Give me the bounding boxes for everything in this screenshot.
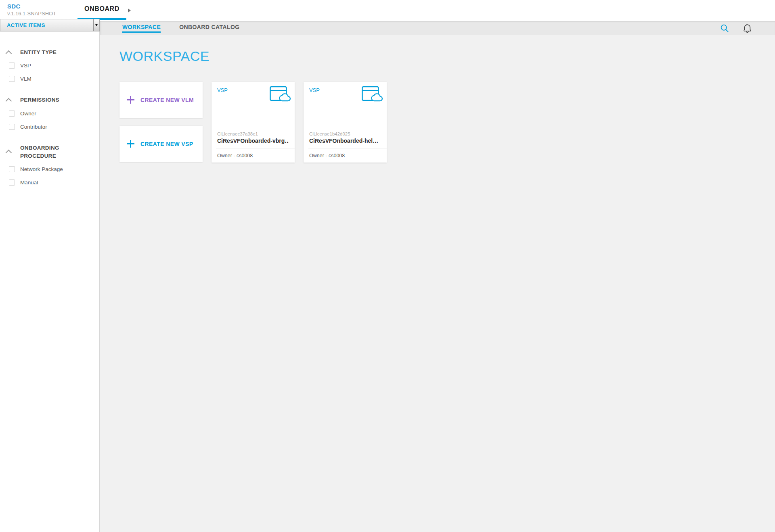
checkbox[interactable] <box>9 124 15 130</box>
filter-option-contributor[interactable]: Contributor <box>0 120 99 134</box>
filter-section-header[interactable]: PERMISSIONS <box>0 94 99 106</box>
card-name: CiResVFOnboarded-vbrg… <box>217 137 289 144</box>
app-version: v.1.16.1-SNAPSHOT <box>7 10 56 17</box>
toolbar-icons <box>719 21 752 35</box>
create-buttons-column: CREATE NEW VLM CREATE NEW VSP <box>119 82 203 162</box>
vsp-cloud-card-icon <box>270 86 291 104</box>
chevron-up-icon <box>6 98 12 104</box>
active-items-select[interactable]: ACTIVE ITEMS <box>0 19 100 31</box>
card-vendor-id: CiLicense1b42d025 <box>309 131 381 137</box>
card-footer: Owner - cs0008 <box>308 148 387 163</box>
card-vendor-id: CiLicensec37a38e1 <box>217 131 289 137</box>
filter-option-label: Manual <box>20 179 38 186</box>
create-new-vsp-label: CREATE NEW VSP <box>140 141 193 147</box>
tab-workspace[interactable]: WORKSPACE <box>122 23 161 33</box>
chevron-up-icon <box>6 150 12 156</box>
filter-section-title: ENTITY TYPE <box>20 48 57 56</box>
card-name: CiResVFOnboarded-hel… <box>309 137 381 144</box>
page-title: WORKSPACE <box>119 48 775 64</box>
tab-onboard[interactable]: ONBOARD <box>78 0 126 21</box>
tab-onboard-catalog-label: ONBOARD CATALOG <box>179 24 239 30</box>
plus-icon <box>127 96 134 104</box>
card-type-label: VSP <box>309 86 320 93</box>
main-content: WORKSPACE CREATE NEW VLM CREATE NEW VSP … <box>100 35 775 532</box>
chevron-up-icon <box>6 50 12 56</box>
app-logo: SDC v.1.16.1-SNAPSHOT <box>7 3 56 17</box>
filter-option-label: Owner <box>20 111 36 117</box>
filter-section-onboarding-procedure: ONBOARDING PROCEDURE Network Package Man… <box>0 142 99 190</box>
checkbox[interactable] <box>9 111 15 117</box>
top-header: SDC v.1.16.1-SNAPSHOT ONBOARD <box>0 0 775 21</box>
vsp-card[interactable]: VSP CiLicense1b42d025 CiResVFOnboarde <box>304 82 387 163</box>
caret-right-icon[interactable] <box>128 8 131 13</box>
search-icon[interactable] <box>719 23 730 33</box>
vsp-card[interactable]: VSP CiLicensec37a38e1 CiResVFOnboarde <box>212 82 295 163</box>
checkbox[interactable] <box>9 179 15 186</box>
plus-icon <box>127 140 134 148</box>
checkbox[interactable] <box>9 166 15 172</box>
filter-option-manual[interactable]: Manual <box>0 176 99 189</box>
filters: ENTITY TYPE VSP VLM PERMISSIONS Owner <box>0 21 99 189</box>
toolbar-tabs: WORKSPACE ONBOARD CATALOG <box>122 21 239 35</box>
toolbar: WORKSPACE ONBOARD CATALOG <box>100 21 775 35</box>
filter-section-title: PERMISSIONS <box>20 96 59 104</box>
tab-onboard-catalog[interactable]: ONBOARD CATALOG <box>179 23 239 33</box>
card-footer: Owner - cs0008 <box>216 148 295 163</box>
filter-option-network-package[interactable]: Network Package <box>0 163 99 176</box>
filter-section-permissions: PERMISSIONS Owner Contributor <box>0 94 99 133</box>
create-new-vlm-label: CREATE NEW VLM <box>140 97 194 103</box>
card-owner: Owner - cs0008 <box>309 153 345 159</box>
app-title: SDC <box>7 3 56 10</box>
notifications-bell-icon[interactable] <box>742 23 752 33</box>
create-new-vsp-button[interactable]: CREATE NEW VSP <box>119 126 203 162</box>
filter-option-owner[interactable]: Owner <box>0 107 99 120</box>
active-items-select-value: ACTIVE ITEMS <box>0 22 93 28</box>
card-owner: Owner - cs0008 <box>217 153 253 159</box>
filter-option-label: VSP <box>20 63 31 69</box>
filter-section-title: ONBOARDING PROCEDURE <box>20 144 73 161</box>
filter-section-header[interactable]: ONBOARDING PROCEDURE <box>0 142 99 163</box>
tab-workspace-label: WORKSPACE <box>122 24 161 30</box>
filter-section-header[interactable]: ENTITY TYPE <box>0 46 99 59</box>
filter-option-label: Contributor <box>20 124 47 130</box>
checkbox[interactable] <box>9 63 15 69</box>
workspace-tiles: CREATE NEW VLM CREATE NEW VSP VSP <box>119 82 775 163</box>
filter-section-entity-type: ENTITY TYPE VSP VLM <box>0 46 99 86</box>
checkbox[interactable] <box>9 76 15 82</box>
vsp-cloud-card-icon <box>362 86 383 104</box>
create-new-vlm-button[interactable]: CREATE NEW VLM <box>119 82 203 118</box>
select-dropdown-arrow-icon <box>95 24 98 26</box>
card-type-label: VSP <box>217 86 228 93</box>
filter-option-label: VLM <box>20 76 31 82</box>
tab-onboard-label: ONBOARD <box>78 0 126 13</box>
select-dropdown-button[interactable] <box>93 19 99 31</box>
filter-option-label: Network Package <box>20 166 63 172</box>
filter-option-vsp[interactable]: VSP <box>0 59 99 72</box>
filter-option-vlm[interactable]: VLM <box>0 72 99 86</box>
filter-sidebar: ENTITY TYPE VSP VLM PERMISSIONS Owner <box>0 21 100 532</box>
